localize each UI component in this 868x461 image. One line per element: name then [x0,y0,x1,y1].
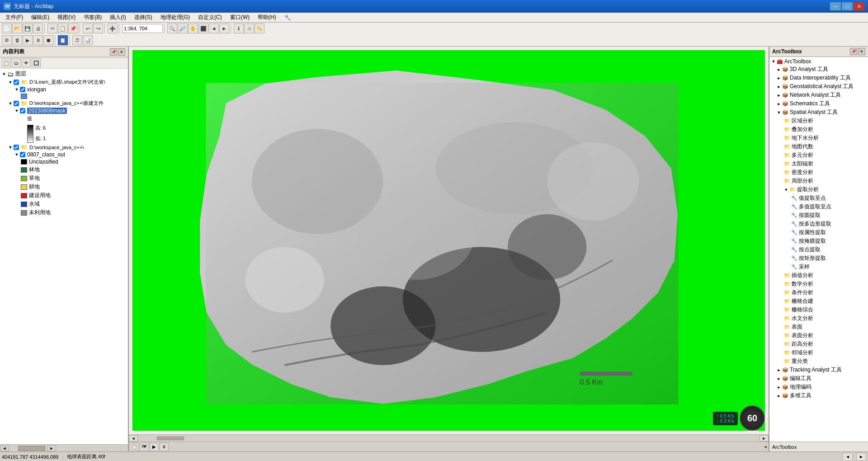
toc-mask-checkbox[interactable] [20,108,25,113]
toc-pin-button[interactable]: 📌 [110,48,117,56]
status-btn2[interactable]: ► [856,453,866,461]
toolbox-multidim[interactable]: ► 📦 多维工具 [769,391,868,400]
tb-zoom-in[interactable]: 🔍 [167,24,177,33]
menu-window[interactable]: 窗口(W) [226,13,253,22]
toc-root-expand[interactable]: ▼ [2,72,6,76]
toc-scroll-right[interactable]: ► [47,445,56,452]
toc-list-by-selection[interactable]: 🔲 [32,58,41,67]
toolbox-density[interactable]: 📁 密度分析 [769,168,868,177]
maximize-button[interactable]: □ [842,2,853,10]
toolbox-geocoding[interactable]: ► 📦 地理编码 [769,383,868,391]
tb-undo[interactable]: ↩ [83,24,93,33]
toolbox-extract-by-rectangle[interactable]: 🔧 按矩形提取 [769,254,868,263]
toc-classout-expand[interactable]: ▼ [14,152,19,157]
map-viewport[interactable]: 0.5 Km 60 ↑ 0.5 K/s ↓ 0.3 K/s [129,47,769,434]
tb-add-data[interactable]: ➕ [108,24,118,33]
scale-input[interactable]: 1:364, 704 [122,24,163,33]
tb-new[interactable]: 📄 [2,24,12,33]
toc-group-workspace[interactable]: ▼ 📁 D:\workspace_java_c++\新建文件 [6,99,128,107]
spatial-analyst-expand[interactable]: ▼ [777,110,781,115]
toc-layer-mask[interactable]: ▼ 20230808mask [13,107,128,114]
map-scroll-right-btn[interactable]: ► [760,435,769,442]
toc-scroll-left[interactable]: ◄ [0,445,9,452]
toolbox-3d-analyst[interactable]: ► 📦 3D Analyst 工具 [769,65,868,74]
menu-file[interactable]: 文件(F) [2,13,27,22]
schematics-expand[interactable]: ► [777,102,781,106]
toc-group-hebei-expand[interactable]: ▼ [8,80,13,85]
map-view-btn2[interactable]: 🗺 [140,443,149,451]
toolbox-extract-by-attribute[interactable]: 🔧 按属性提取 [769,228,868,237]
toc-class-water[interactable]: 水域 [19,200,128,208]
tb-s6[interactable]: 🗒 [72,35,82,45]
toc-close-button[interactable]: ✕ [118,48,125,56]
toolbox-reclass[interactable]: 📁 重分类 [769,357,868,366]
toc-group-ws2-checkbox[interactable] [14,145,19,150]
toolbox-map-algebra[interactable]: 📁 地图代数 [769,142,868,151]
tb-measure[interactable]: 📏 [255,24,264,33]
extraction-expand[interactable]: ▼ [784,188,788,192]
tb-s4[interactable]: ⏸ [33,35,43,45]
toolbox-hydrology[interactable]: 📁 水文分析 [769,314,868,323]
map-view-btn3[interactable]: ▶ [150,443,159,451]
tb-paste[interactable]: 📌 [68,24,78,33]
toolbox-root-expand[interactable]: ▼ [771,59,776,64]
toc-group-hebei-checkbox[interactable] [14,80,19,85]
toolbox-network-analyst[interactable]: ► 📦 Network Analyst 工具 [769,91,868,99]
menu-edit[interactable]: 编辑(E) [28,13,53,22]
toolbox-extract-by-circle[interactable]: 🔧 按圆提取 [769,211,868,220]
tb-back[interactable]: ◄ [209,24,219,33]
tb-redo[interactable]: ↪ [93,24,103,33]
toolbox-surface-analysis[interactable]: 📁 表面分析 [769,331,868,340]
toolbox-geo-analyst[interactable]: ► 📦 Geostatistical Analyst 工具 [769,82,868,91]
toc-group-workspace2[interactable]: ▼ 📁 D:\workspace_java_c++\ [6,144,128,151]
network-analyst-expand[interactable]: ► [777,93,781,98]
toolbox-interpolation[interactable]: 📁 插值分析 [769,271,868,280]
menu-extra[interactable]: 🔧 [281,14,295,22]
menu-customize[interactable]: 自定义(C) [194,13,226,22]
menu-view[interactable]: 视图(V) [54,13,79,22]
toc-class-forest[interactable]: 林地 [19,165,128,174]
toc-xiongan-checkbox[interactable] [20,87,25,92]
map-view-btn4[interactable]: ⏸ [160,443,169,451]
toolbox-surface[interactable]: 📁 表面 [769,323,868,331]
tb-open[interactable]: 📂 [12,24,22,33]
menu-geoprocessing[interactable]: 地理处理(G) [157,13,193,22]
toc-root-layers[interactable]: ▼ 🗂 图层 [0,70,128,78]
toolbox-schematics[interactable]: ► 📦 Schematics 工具 [769,99,868,108]
toolbox-sample[interactable]: 🔧 采样 [769,263,868,271]
toolbox-data-interop[interactable]: ► 📦 Data Interoperability 工具 [769,74,868,82]
toolbox-zonal[interactable]: 📁 区域分析 [769,117,868,125]
toc-class-grassland[interactable]: 草地 [19,174,128,183]
toolbox-extract-by-polygon[interactable]: 🔧 按多边形提取 [769,220,868,228]
toc-list-by-drawing[interactable]: 📋 [2,58,11,67]
editor-expand[interactable]: ► [777,376,781,381]
tb-zoom-out[interactable]: 🔎 [178,24,188,33]
toolbox-root[interactable]: ▼ 🧰 ArcToolbox [769,58,868,65]
toolbox-extract-by-mask[interactable]: 🔧 按掩膜提取 [769,237,868,245]
toc-mask-expand[interactable]: ▼ [14,108,19,113]
tb-s1[interactable]: ⚙ [2,35,12,45]
tb-s5[interactable]: ⏹ [43,35,53,45]
toolbox-math[interactable]: 📁 数学分析 [769,280,868,288]
tb-forward[interactable]: ► [219,24,229,33]
toc-classout-checkbox[interactable] [20,152,25,157]
tracking-expand[interactable]: ► [777,368,781,372]
map-view-btn1[interactable]: 📋 [130,443,139,451]
toolbox-raster-generalize[interactable]: 📁 栅格综合 [769,306,868,314]
toolbox-close-button[interactable]: ✕ [858,48,865,55]
tb-layout-view[interactable]: 📋 [58,35,68,45]
toc-class-farmland[interactable]: 耕地 [19,183,128,191]
toolbox-groundwater[interactable]: 📁 地下水分析 [769,134,868,142]
toc-layer-classout[interactable]: ▼ 0807_class_out [13,151,128,158]
toolbox-raster-combine[interactable]: 📁 栅格合建 [769,297,868,306]
toolbox-distance[interactable]: 📁 距高分析 [769,340,868,348]
toolbox-extract-by-point[interactable]: 🔧 值提取至点 [769,194,868,202]
toolbox-local[interactable]: 📁 局部分析 [769,177,868,185]
toc-scroll-area[interactable]: ▼ 🗂 图层 ▼ 📁 D:\Learn_遥感\.shape文件\河北省\ ▼ x… [0,69,128,444]
tb-s7[interactable]: 📊 [83,35,93,45]
menu-select[interactable]: 选择(S) [131,13,156,22]
tb-full-extent[interactable]: ⬛ [198,24,208,33]
toc-list-by-source[interactable]: 🗂 [12,58,21,67]
toolbox-overlay[interactable]: 📁 叠加分析 [769,125,868,134]
toc-group-hebei[interactable]: ▼ 📁 D:\Learn_遥感\.shape文件\河北省\ [6,78,128,86]
